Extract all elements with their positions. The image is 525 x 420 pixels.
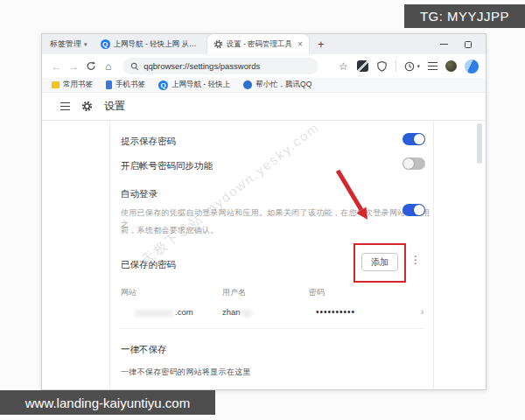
refresh-icon[interactable] — [86, 60, 96, 72]
tab-manager-label: 标签管理 — [50, 38, 81, 50]
tab-navigation-page[interactable]: Q 上网导航 - 轻快上网 从这里开始 — [94, 34, 207, 54]
minimize-button[interactable] — [440, 44, 448, 45]
redacted-website — [135, 310, 173, 317]
page-title: 设置 — [104, 99, 125, 114]
auto-login-toggle[interactable] — [402, 204, 425, 216]
forward-button[interactable]: → — [68, 60, 80, 73]
qq-helper-icon — [243, 80, 252, 89]
settings-sidebar — [42, 121, 110, 390]
bookmark-label: 手机书签 — [116, 80, 145, 90]
bookmark-label: 上网导航 - 轻快上 — [172, 80, 230, 90]
history-button[interactable]: ▾ — [404, 61, 420, 72]
bookmark-mobile[interactable]: 手机书签 — [106, 80, 145, 90]
folder-icon — [52, 81, 60, 88]
phone-icon — [106, 80, 112, 89]
bookmarks-bar: 常用书签 手机书签 Q 上网导航 - 轻快上 帮小忙，腾讯QQ — [42, 78, 486, 93]
settings-header: 设置 — [42, 93, 486, 121]
row-divider — [119, 328, 424, 329]
tab-bar: 标签管理 ▾ Q 上网导航 - 轻快上网 从这里开始 设置 - 密码管理工具 ×… — [42, 34, 486, 54]
settings-content: 天极下载站 mydown.yesky.com 提示保存密码 开启帐号密码同步功能… — [110, 121, 434, 390]
tg-contact-badge: TG: MYYJJPP — [404, 4, 525, 28]
prompt-save-toggle[interactable] — [402, 133, 425, 145]
tab-title: 设置 - 密码管理工具 — [227, 39, 293, 50]
bookmark-star-icon[interactable]: ☆ — [337, 60, 349, 73]
shield-icon[interactable] — [376, 60, 388, 72]
right-gutter — [434, 121, 486, 390]
menu-icon[interactable] — [428, 62, 438, 70]
annotation-arrow — [331, 163, 374, 228]
annotation-red-box — [354, 243, 406, 283]
chevron-down-icon: ▾ — [416, 63, 420, 70]
bookmark-label: 常用书签 — [63, 80, 93, 90]
new-tab-button[interactable]: + — [318, 38, 325, 51]
settings-menu-icon[interactable] — [60, 102, 70, 110]
prompt-save-label: 提示保存密码 — [121, 136, 176, 148]
scrollbar-thumb[interactable] — [477, 123, 482, 164]
auto-login-title: 自动登录 — [121, 188, 158, 200]
browser-window: 标签管理 ▾ Q 上网导航 - 轻快上网 从这里开始 设置 - 密码管理工具 ×… — [41, 33, 486, 390]
column-header-website: 网站 — [121, 287, 136, 298]
row-chevron-icon[interactable]: › — [421, 307, 424, 317]
column-header-username: 用户名 — [222, 287, 246, 298]
extension-icon[interactable] — [357, 60, 368, 72]
window-controls — [440, 41, 486, 48]
toolbar: ← → ⌂ qqbrowser://settings/passwords ☆ — [42, 54, 486, 78]
auto-login-desc-line2: 前，系统都会要求您确认。 — [121, 225, 219, 236]
url-text: qqbrowser://settings/passwords — [144, 61, 260, 71]
never-save-title: 一律不保存 — [121, 344, 167, 356]
back-button[interactable]: ← — [51, 60, 62, 73]
toolbar-right-icons: ☆ ▾ — [337, 60, 479, 74]
qq-account-icon[interactable] — [465, 60, 479, 74]
tab-manager-button[interactable]: 标签管理 ▾ — [50, 38, 88, 50]
chevron-down-icon: ▾ — [84, 41, 88, 48]
sync-label: 开启帐号密码同步功能 — [121, 160, 213, 172]
bookmark-common-folder[interactable]: 常用书签 — [52, 80, 93, 90]
tab-settings-passwords[interactable]: 设置 - 密码管理工具 × — [207, 34, 309, 54]
bookmark-qq-helper[interactable]: 帮小忙，腾讯QQ — [243, 80, 312, 90]
close-icon[interactable]: × — [298, 39, 303, 49]
site-watermark-badge: www.landing-kaiyuntiyu.com — [0, 390, 215, 415]
username-cell: zhan — [222, 307, 241, 317]
tab-title: 上网导航 - 轻快上网 从这里开始 — [114, 39, 201, 50]
bookmark-navigation[interactable]: Q 上网导航 - 轻快上 — [158, 80, 230, 90]
column-header-password: 密码 — [309, 287, 325, 298]
q-browser-logo-icon: Q — [101, 39, 110, 49]
saved-passwords-label: 已保存的密码 — [121, 259, 176, 271]
sync-toggle[interactable] — [402, 158, 425, 170]
clock-icon — [404, 61, 415, 72]
never-save-desc: 一律不保存密码的网站将显示在这里 — [121, 367, 251, 378]
redacted-username — [242, 310, 252, 317]
maximize-button[interactable] — [465, 41, 472, 48]
home-button[interactable]: ⌂ — [102, 60, 114, 73]
kebab-menu-icon[interactable]: ⋮ — [410, 254, 421, 266]
settings-body: 天极下载站 mydown.yesky.com 提示保存密码 开启帐号密码同步功能… — [42, 121, 486, 390]
settings-page: 设置 天极下载站 mydown.yesky.com 提示保存密码 开启帐号密码同… — [42, 93, 486, 390]
gear-icon — [81, 101, 93, 112]
password-cell: •••••••••• — [316, 307, 355, 317]
bookmark-label: 帮小忙，腾讯QQ — [256, 80, 312, 90]
toolbar-divider — [396, 60, 396, 72]
website-cell: .com — [175, 307, 193, 317]
profile-avatar[interactable] — [445, 60, 457, 72]
gear-icon — [214, 39, 223, 49]
search-icon — [130, 62, 139, 71]
screenshot-canvas: TG: MYYJJPP www.landing-kaiyuntiyu.com 标… — [0, 0, 525, 420]
address-bar[interactable]: qqbrowser://settings/passwords — [122, 58, 318, 74]
q-browser-logo-icon: Q — [158, 80, 168, 90]
